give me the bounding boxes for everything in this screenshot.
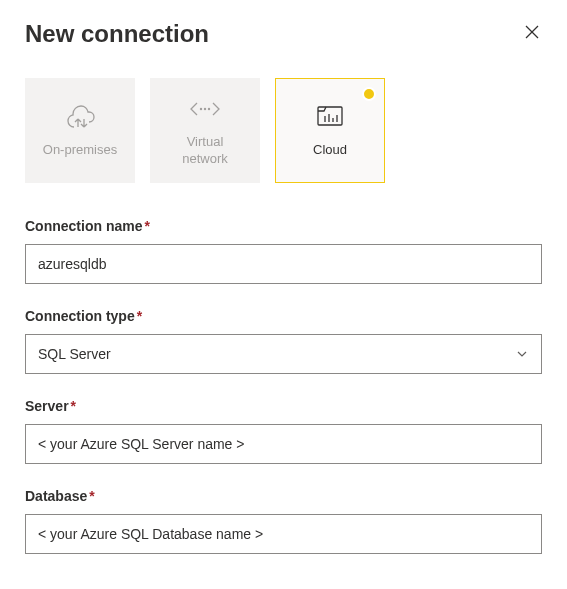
database-input[interactable] [25, 514, 542, 554]
network-icon [187, 94, 223, 124]
required-star-icon: * [71, 398, 76, 414]
dialog-header: New connection [25, 20, 542, 48]
tile-label: Virtual network [182, 134, 228, 168]
select-value: SQL Server [38, 346, 111, 362]
connection-type-tiles: On-premises Virtual network [25, 78, 542, 183]
required-star-icon: * [144, 218, 149, 234]
tile-virtual-network[interactable]: Virtual network [150, 78, 260, 183]
svg-point-4 [208, 107, 210, 109]
tile-on-premises[interactable]: On-premises [25, 78, 135, 183]
connection-type-select-wrapper: SQL Server [25, 334, 542, 374]
tile-label: Cloud [313, 142, 347, 159]
server-group: Server* [25, 398, 542, 464]
server-label: Server* [25, 398, 542, 414]
connection-name-group: Connection name* [25, 218, 542, 284]
dialog-title: New connection [25, 20, 209, 48]
connection-type-label: Connection type* [25, 308, 542, 324]
connection-type-group: Connection type* SQL Server [25, 308, 542, 374]
database-group: Database* [25, 488, 542, 554]
label-text: Database [25, 488, 87, 504]
connection-name-input[interactable] [25, 244, 542, 284]
chevron-down-icon [515, 347, 529, 361]
close-icon [524, 24, 540, 44]
required-star-icon: * [89, 488, 94, 504]
connection-name-label: Connection name* [25, 218, 542, 234]
server-input[interactable] [25, 424, 542, 464]
label-text: Connection type [25, 308, 135, 324]
label-text: Connection name [25, 218, 142, 234]
svg-rect-5 [318, 107, 342, 125]
database-label: Database* [25, 488, 542, 504]
svg-point-2 [200, 107, 202, 109]
tile-cloud[interactable]: Cloud [275, 78, 385, 183]
connection-type-select[interactable]: SQL Server [25, 334, 542, 374]
required-star-icon: * [137, 308, 142, 324]
cloud-analytics-icon [312, 102, 348, 132]
tile-label: On-premises [43, 142, 117, 159]
label-text: Server [25, 398, 69, 414]
selected-badge-icon [362, 87, 376, 101]
close-button[interactable] [522, 24, 542, 44]
cloud-sync-icon [62, 102, 98, 132]
svg-point-3 [204, 107, 206, 109]
